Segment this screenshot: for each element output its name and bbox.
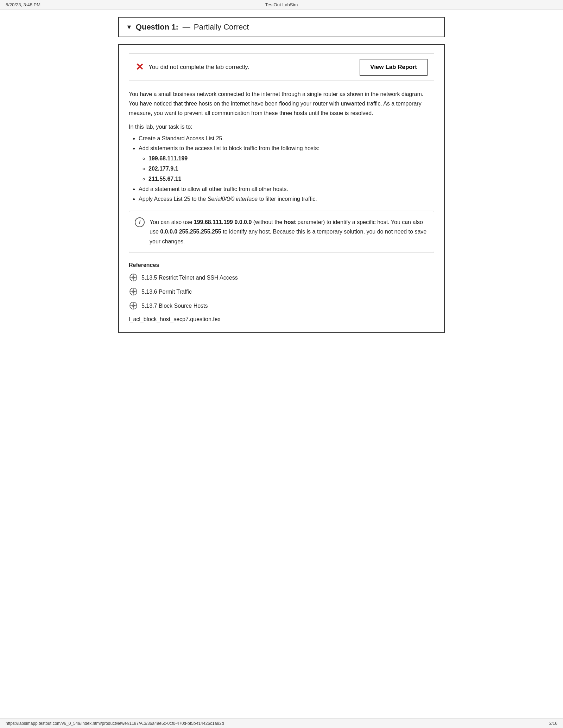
list-item: Apply Access List 25 to the Serial0/0/0 … — [139, 194, 434, 204]
question-status: Partially Correct — [194, 23, 249, 32]
alert-left: ✕ You did not complete the lab correctly… — [135, 62, 249, 72]
list-item: Add statements to the access list to blo… — [139, 143, 434, 184]
view-lab-report-button[interactable]: View Lab Report — [360, 59, 428, 76]
host-list: 199.68.111.199 202.177.9.1 211.55.67.11 — [139, 154, 434, 184]
timestamp: 5/20/23, 3:48 PM — [6, 2, 40, 7]
reference-link-icon — [129, 301, 138, 311]
references-title: References — [129, 262, 434, 268]
list-item: Add a statement to allow all other traff… — [139, 184, 434, 194]
question-label: Question 1: — [136, 23, 178, 32]
references-section: References 5.13.5 Restrict Telnet and SS… — [129, 262, 434, 323]
page-title: TestOut LabSim — [265, 2, 298, 7]
alert-message: You did not complete the lab correctly. — [148, 64, 249, 71]
task-intro: In this lab, your task is to: — [129, 124, 434, 130]
list-item: 211.55.67.11 — [148, 174, 434, 184]
task-text: Add a statement to allow all other traff… — [139, 186, 288, 192]
separator: — — [183, 23, 190, 32]
reference-label: 5.13.6 Permit Traffic — [141, 289, 192, 295]
content-box: ✕ You did not complete the lab correctly… — [118, 44, 445, 333]
reference-label: 5.13.7 Block Source Hosts — [141, 303, 208, 309]
list-item: 202.177.9.1 — [148, 164, 434, 174]
filename: l_acl_block_host_secp7.question.fex — [129, 316, 434, 323]
list-item: 199.68.111.199 — [148, 154, 434, 164]
info-text: You can also use 199.68.111.199 0.0.0.0 … — [150, 219, 426, 244]
info-icon: i — [135, 217, 145, 227]
description-text: You have a small business network connec… — [129, 89, 434, 118]
reference-item[interactable]: 5.13.6 Permit Traffic — [129, 287, 434, 296]
task-list: Create a Standard Access List 25. Add st… — [129, 134, 434, 205]
error-icon: ✕ — [135, 62, 144, 72]
info-box: i You can also use 199.68.111.199 0.0.0.… — [129, 211, 434, 253]
browser-bar: 5/20/23, 3:48 PM TestOut LabSim — [0, 0, 563, 10]
host-item: 202.177.9.1 — [148, 166, 178, 172]
host-item: 211.55.67.11 — [148, 176, 181, 182]
reference-link-icon — [129, 287, 138, 296]
reference-label: 5.13.5 Restrict Telnet and SSH Access — [141, 275, 238, 281]
reference-link-icon — [129, 273, 138, 282]
page-wrapper: ▼ Question 1: — Partially Correct ✕ You … — [113, 10, 450, 354]
alert-row: ✕ You did not complete the lab correctly… — [129, 53, 434, 81]
task-text: Create a Standard Access List 25. — [139, 135, 224, 141]
task-text: Add statements to the access list to blo… — [139, 145, 320, 151]
list-item: Create a Standard Access List 25. — [139, 134, 434, 144]
reference-item[interactable]: 5.13.5 Restrict Telnet and SSH Access — [129, 273, 434, 282]
task-text: Apply Access List 25 to the Serial0/0/0 … — [139, 196, 317, 202]
reference-item[interactable]: 5.13.7 Block Source Hosts — [129, 301, 434, 311]
question-header: ▼ Question 1: — Partially Correct — [118, 17, 445, 37]
collapse-icon[interactable]: ▼ — [126, 24, 132, 31]
host-item: 199.68.111.199 — [148, 155, 188, 161]
